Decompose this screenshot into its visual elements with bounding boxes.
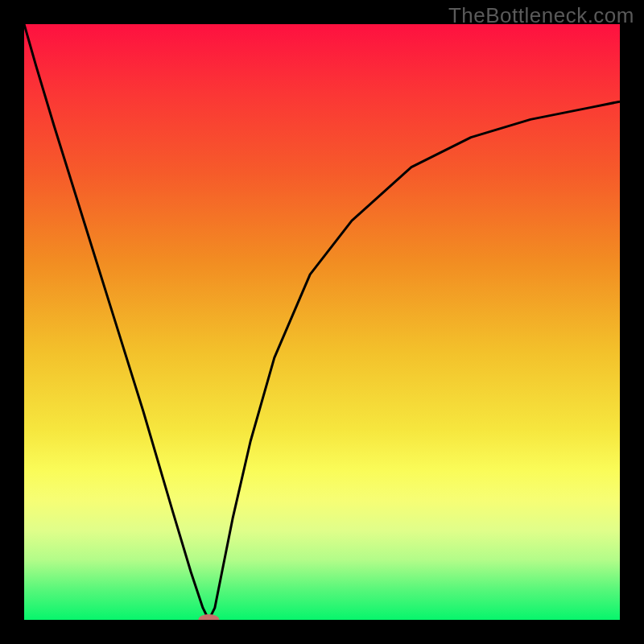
watermark-text: TheBottleneck.com [448, 3, 634, 28]
chart-frame: TheBottleneck.com [0, 0, 644, 644]
gradient-background [24, 24, 620, 620]
plot-area [24, 24, 620, 620]
chart-svg [24, 24, 620, 620]
